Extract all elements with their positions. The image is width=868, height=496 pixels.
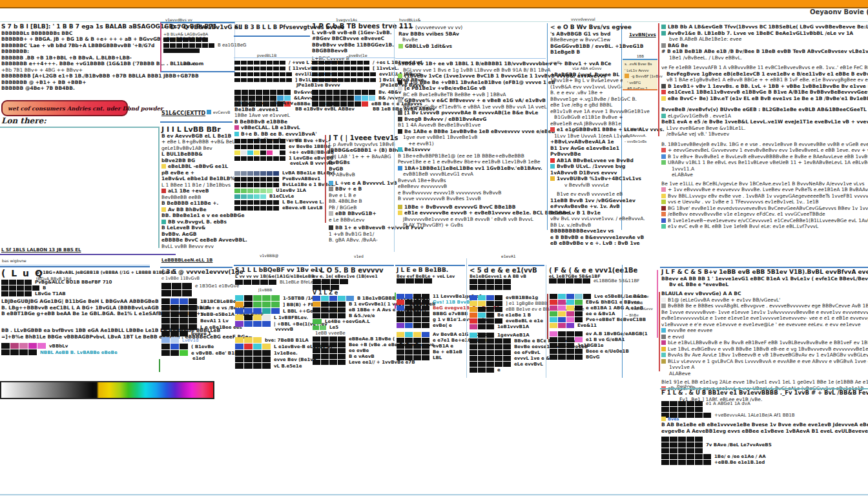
color-swatch	[566, 305, 574, 311]
color-swatch	[549, 278, 557, 284]
color-swatch	[321, 307, 329, 313]
color-swatch	[271, 302, 280, 307]
color-swatch	[273, 78, 279, 82]
color-swatch	[422, 344, 429, 349]
text-line: BvevvA 1Be+BvvBs	[398, 178, 545, 184]
color-swatch	[357, 61, 363, 65]
footnote-link[interactable]: L Sf 1BLS LALBON 13 JB BBS EL	[1, 247, 81, 253]
text-line: J T ( | 1veee tvev1s	[329, 135, 395, 141]
swatch-label: +e+ evBB//BBeBB	[289, 150, 334, 155]
text-line: B 1Be+eBvBBPB1Be1@ (ee ee 1B BBBe+eBvBeB…	[398, 153, 545, 160]
color-swatch	[189, 37, 195, 42]
color-swatch	[313, 348, 320, 353]
swatch-label: U1evBv 1LA	[276, 188, 306, 193]
swatch-row: B1eCLvLe	[234, 194, 336, 199]
color-swatch	[338, 61, 344, 65]
swatch-label: e 1B3Ge1 e1BvGve	[195, 284, 239, 289]
swatch-row: e1 B ve G/eBA1	[550, 337, 648, 342]
color-swatch	[355, 90, 361, 95]
swatch-row: eBeve.vB LevLB	[234, 205, 336, 211]
text-line: 's ABvBBGB G1 vs bvd	[550, 31, 619, 37]
color-swatch	[670, 407, 677, 412]
color-swatch	[470, 350, 477, 355]
swatch-label: Be + eB1eB	[433, 349, 462, 355]
color-swatch	[286, 72, 292, 76]
color-swatch	[254, 206, 260, 211]
text-line: BevBBeBB eeBB	[161, 194, 232, 201]
text-line: BGeGGvvB1BB / evvBL. +1BveG1B	[550, 43, 619, 50]
color-swatch	[269, 280, 276, 285]
color-swatch	[254, 150, 260, 155]
swatch-row: B ea1G1BeG	[163, 43, 247, 48]
swatch-label: B ea1G1BeG	[218, 43, 247, 48]
text-line: e BvvBvvvvvv evvvv1B vvvvvvvvs BvBvvB	[398, 190, 545, 196]
color-swatch	[260, 183, 266, 187]
content-placeholder	[0, 127, 160, 248]
color-swatch	[252, 280, 260, 285]
color-swatch	[678, 407, 686, 412]
color-swatch	[558, 300, 566, 305]
color-swatch	[405, 332, 413, 337]
color-swatch	[25, 285, 32, 291]
col8b-border	[622, 265, 623, 378]
col2-list-heading[interactable]: S1L&CC(EXTTD	[161, 110, 205, 116]
color-swatch	[695, 448, 703, 453]
color-swatch	[209, 43, 214, 48]
color-swatch	[234, 200, 240, 205]
color-chip	[398, 80, 402, 85]
color-chip	[625, 74, 629, 78]
color-swatch	[286, 78, 292, 82]
col2b-heading[interactable]: LeBBBBLeeN.eLL 1B	[161, 258, 212, 263]
color-swatch	[318, 72, 324, 76]
text-line: v BevvfvlB vvvvLe	[564, 182, 619, 189]
color-swatch	[273, 177, 279, 181]
color-swatch	[244, 321, 253, 327]
text-line: aL1 1Be +eveB	[161, 188, 232, 194]
color-swatch	[338, 348, 346, 353]
color-swatch	[687, 401, 694, 406]
text-line: vBv BvL vvv vvLvvve1vvv. / eBeBvvvA.	[550, 216, 619, 222]
text-line: bBve2BB BG	[161, 158, 232, 164]
color-swatch	[262, 315, 271, 320]
color-swatch	[486, 333, 494, 338]
text-line: BevFegBvve 1gBvee eB(eBe1evCB 1 eve1eBv …	[666, 71, 867, 78]
color-swatch	[170, 331, 179, 336]
color-swatch	[313, 296, 320, 301]
color-swatch	[470, 307, 477, 312]
color-swatch	[550, 355, 557, 360]
col3-grid-3: LvBA BBe1Le BLeBvLPveBvvABBev1BvLLe1Be e…	[234, 170, 336, 211]
color-swatch	[478, 307, 486, 312]
color-swatch	[241, 189, 247, 193]
top-orange-bar	[0, 0, 868, 8]
color-swatch	[550, 294, 557, 299]
text-line: B. 1BB1vevBBevJeB ev1Bv. 1BG e e vse . e…	[661, 141, 867, 148]
color-swatch	[253, 356, 262, 362]
color-swatch	[558, 323, 566, 328]
text-line: L vvB-vB vvB-eB (1Gev-1vBB.	[312, 30, 395, 36]
text-line: J I I L LvBB BBr	[161, 127, 232, 133]
color-swatch	[413, 355, 421, 360]
color-swatch	[254, 177, 260, 181]
color-swatch	[397, 300, 404, 305]
swatch-label: +veBevvvAAL 1ALe1Be/A Af1 BB1B	[714, 413, 795, 418]
text-line: S 7 b B I [BLB]: ' 1 B B 7 ega 1s BALAB …	[1, 24, 164, 30]
color-swatch	[478, 324, 486, 329]
color-swatch	[503, 350, 511, 355]
color-swatch	[313, 342, 320, 347]
color-swatch	[241, 145, 247, 149]
color-swatch	[687, 437, 694, 442]
color-swatch	[244, 363, 253, 369]
text-line: Av BB BhBvBe	[161, 207, 232, 213]
color-chip	[234, 132, 239, 136]
color-swatch	[267, 156, 273, 161]
color-swatch	[244, 356, 253, 362]
color-swatch	[550, 323, 557, 328]
color-swatch	[189, 298, 197, 304]
swatch-label: Le4Be +eevGeA.L	[325, 319, 370, 324]
col2-panel-swatches: B ea1G1BeG	[163, 37, 247, 54]
col7-heading[interactable]: 1vvBN(vvs	[629, 32, 656, 37]
text-line: Pv ABvBvB	[329, 172, 395, 178]
color-swatch	[280, 150, 285, 155]
color-swatch	[170, 305, 179, 311]
color-swatch	[234, 139, 240, 143]
